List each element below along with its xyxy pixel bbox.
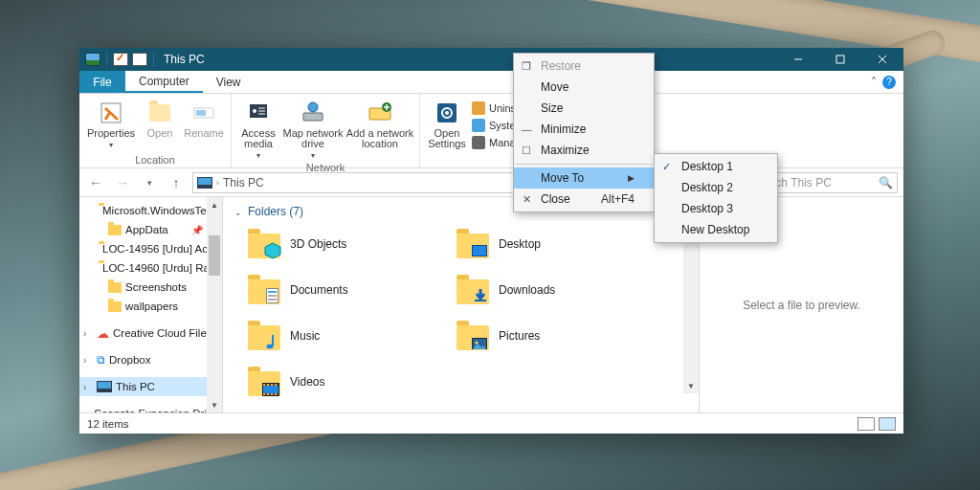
scroll-thumb[interactable]: [209, 235, 220, 276]
scroll-up-icon[interactable]: ▲: [207, 197, 222, 212]
content-pane[interactable]: ⌄ Folders (7) 3D ObjectsDesktopDocuments…: [223, 197, 699, 412]
recent-dropdown[interactable]: ▾: [139, 172, 160, 193]
svg-point-7: [308, 102, 318, 112]
folder-item[interactable]: Desktop: [457, 228, 657, 260]
help-icon[interactable]: ?: [882, 76, 896, 89]
folder-name: Documents: [290, 283, 348, 297]
details-view-button[interactable]: [858, 417, 875, 431]
computer-tab[interactable]: Computer: [125, 71, 203, 93]
rename-button[interactable]: Rename: [183, 98, 225, 151]
title-bar[interactable]: This PC: [79, 48, 903, 71]
window-title: This PC: [164, 53, 205, 66]
menu-move[interactable]: Move: [514, 77, 654, 98]
moveto-item[interactable]: ✓Desktop 1: [655, 156, 777, 177]
folder-name: 3D Objects: [290, 237, 346, 251]
tree-item-label: wallpapers: [125, 301, 178, 312]
moveto-item[interactable]: New Desktop: [655, 219, 777, 240]
folder-item[interactable]: Videos: [248, 366, 449, 398]
monitor-icon: [472, 119, 485, 132]
svg-point-12: [445, 111, 449, 115]
folder-name: Desktop: [499, 237, 541, 251]
ribbon-tabs: File Computer View ˄ ?: [79, 71, 903, 94]
menu-close[interactable]: ✕CloseAlt+F4: [514, 189, 654, 210]
folder-name: Pictures: [499, 329, 540, 343]
menu-minimize[interactable]: —Minimize: [514, 119, 654, 140]
manage-icon: [472, 136, 485, 149]
folder-item[interactable]: Downloads: [457, 274, 657, 306]
folder-icon: [108, 225, 122, 235]
scroll-down-icon[interactable]: ▼: [683, 378, 699, 393]
tree-item[interactable]: AppData📌: [79, 220, 222, 239]
svg-rect-0: [836, 56, 844, 63]
chevron-down-icon: ▾: [109, 141, 113, 149]
ribbon: Properties ▾ Open Rename Location Access…: [79, 94, 903, 168]
tree-scrollbar[interactable]: ▲ ▼: [207, 197, 222, 412]
moveto-item[interactable]: Desktop 2: [655, 177, 777, 198]
tree-item-label: Dropbox: [109, 354, 150, 366]
menu-move-to[interactable]: Move To▶: [514, 167, 654, 189]
open-settings-button[interactable]: Open Settings: [426, 98, 468, 151]
nav-tree[interactable]: Microsoft.WindowsTerminalAppData📌LOC-149…: [79, 197, 223, 412]
restore-icon: ❐: [520, 60, 533, 73]
minimize-icon: —: [520, 123, 533, 135]
tree-item[interactable]: LOC-14960 [Urdu] Rand…: [79, 258, 222, 278]
back-button[interactable]: ←: [85, 172, 106, 193]
tree-item[interactable]: wallpapers: [79, 297, 222, 316]
expand-icon[interactable]: ›: [83, 382, 93, 392]
cloud-icon: ☁: [97, 326, 109, 341]
open-button[interactable]: Open: [139, 98, 181, 151]
svg-point-5: [253, 109, 256, 113]
tree-item[interactable]: Screenshots: [79, 278, 222, 297]
properties-button[interactable]: Properties ▾: [85, 98, 137, 151]
folder-icon: [108, 282, 122, 293]
folder-name: Videos: [290, 375, 324, 389]
forward-button[interactable]: →: [112, 172, 133, 193]
view-tab[interactable]: View: [203, 71, 255, 93]
system-menu-icon[interactable]: [85, 53, 100, 66]
file-tab[interactable]: File: [79, 71, 125, 93]
folder-item[interactable]: 3D Objects: [248, 228, 449, 260]
up-button[interactable]: ↑: [166, 172, 187, 193]
menu-restore[interactable]: ❐Restore: [514, 56, 654, 77]
collapse-ribbon-icon[interactable]: ˄: [871, 76, 877, 89]
access-media-button[interactable]: Access media ▾: [237, 98, 279, 162]
tree-item-label: AppData: [125, 224, 168, 235]
moveto-item[interactable]: Desktop 3: [655, 198, 777, 219]
system-menu: ❐Restore Move Size —Minimize ☐Maximize M…: [513, 53, 655, 212]
moveto-item-label: Desktop 3: [681, 202, 733, 215]
tree-item[interactable]: ›This PC: [79, 377, 222, 396]
expand-icon[interactable]: ›: [83, 409, 86, 413]
folder-icon: [108, 301, 122, 312]
address-bar: ← → ▾ ↑ › This PC Search This PC 🔍: [79, 168, 903, 197]
tree-item[interactable]: ›⧉Dropbox: [79, 350, 222, 369]
tree-item[interactable]: ›Seagate Expansion Drive (…: [79, 404, 222, 412]
chevron-right-icon: ▶: [628, 173, 635, 183]
group-label: Location: [135, 154, 175, 167]
map-drive-button[interactable]: Map network drive ▾: [281, 98, 345, 162]
svg-point-15: [267, 345, 274, 349]
tree-item[interactable]: LOC-14956 [Urdu] Acco…: [79, 239, 222, 258]
tiles-view-button[interactable]: [879, 417, 896, 431]
folder-item[interactable]: Documents: [248, 274, 449, 306]
qat-new-folder-icon[interactable]: [132, 53, 147, 66]
scroll-down-icon[interactable]: ▼: [207, 397, 222, 412]
add-network-location-button[interactable]: Add a network location: [346, 98, 413, 162]
tree-item-label: Screenshots: [125, 281, 187, 293]
expand-icon[interactable]: ›: [83, 328, 93, 339]
svg-rect-3: [196, 110, 206, 116]
close-button[interactable]: [861, 48, 903, 71]
tree-item[interactable]: ›☁Creative Cloud Files: [79, 323, 222, 343]
moveto-item-label: New Desktop: [681, 223, 749, 236]
folder-name: Music: [290, 329, 320, 343]
menu-size[interactable]: Size: [514, 98, 654, 119]
minimize-button[interactable]: [777, 48, 819, 71]
tree-item-label: This PC: [116, 381, 155, 392]
tree-item[interactable]: Microsoft.WindowsTerminal: [79, 201, 222, 220]
folder-item[interactable]: Music: [248, 320, 449, 352]
tree-item-label: Creative Cloud Files: [113, 327, 212, 339]
maximize-button[interactable]: [819, 48, 861, 71]
menu-maximize[interactable]: ☐Maximize: [514, 140, 654, 161]
qat-properties-icon[interactable]: [113, 53, 128, 66]
folder-item[interactable]: Pictures: [457, 320, 657, 352]
expand-icon[interactable]: ›: [83, 355, 93, 366]
